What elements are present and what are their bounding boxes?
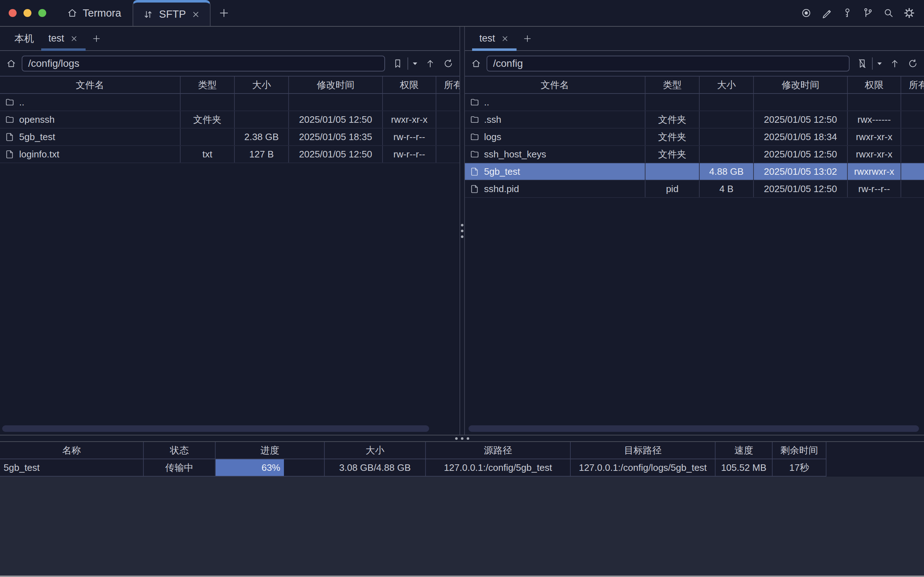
up-directory-icon[interactable] [425, 58, 435, 69]
cell-permissions [848, 94, 901, 111]
table-row[interactable]: .ssh 文件夹 2025/01/05 12:50 rwx------ [465, 111, 924, 129]
minimize-window-button[interactable] [24, 9, 31, 17]
table-row[interactable]: openssh 文件夹 2025/01/05 12:50 rwxr-xr-x [0, 111, 460, 129]
column-header-type[interactable]: 类型 [181, 77, 235, 93]
table-row[interactable]: logs 文件夹 2025/01/05 18:34 rwxr-xr-x [465, 129, 924, 146]
cell-filename: 5gb_test [19, 131, 55, 143]
column-header-target[interactable]: 目标路径 [571, 442, 716, 459]
edit-icon[interactable] [821, 7, 833, 19]
caret-down-icon[interactable] [877, 62, 882, 65]
transfer-progress-bar: 63% [216, 459, 325, 476]
table-row[interactable]: .. [0, 94, 460, 111]
port-forward-icon[interactable] [862, 7, 874, 19]
close-window-button[interactable] [9, 9, 17, 17]
record-button[interactable] [800, 7, 813, 19]
column-header-modified[interactable]: 修改时间 [754, 77, 848, 93]
cell-type [645, 163, 700, 180]
app-home-tab[interactable]: Termora [66, 7, 121, 19]
keychain-icon[interactable] [841, 7, 853, 19]
folder-icon [470, 115, 479, 124]
table-row[interactable]: .. [465, 94, 924, 111]
column-header-modified[interactable]: 修改时间 [289, 77, 383, 93]
column-header-owner[interactable]: 所有者 [436, 77, 460, 93]
transfer-panel-splitter[interactable] [0, 435, 924, 441]
column-header-progress[interactable]: 进度 [216, 442, 325, 459]
cell-modified [289, 94, 383, 111]
column-header-filename[interactable]: 文件名 [465, 77, 645, 93]
column-header-size[interactable]: 大小 [700, 77, 754, 93]
column-header-size[interactable]: 大小 [235, 77, 289, 93]
right-new-tab-button[interactable] [516, 27, 538, 50]
cell-permissions: rwxr-xr-x [848, 129, 901, 145]
left-tab-local[interactable]: 本机 [7, 27, 41, 50]
table-row[interactable]: 5gb_test 2.38 GB 2025/01/05 18:35 rw-r--… [0, 129, 460, 146]
right-path-input[interactable] [487, 56, 850, 71]
bookmark-icon[interactable] [392, 58, 403, 69]
right-pathbar [465, 51, 924, 77]
column-header-speed[interactable]: 速度 [716, 442, 772, 459]
left-path-input[interactable] [22, 56, 385, 71]
column-header-permissions[interactable]: 权限 [848, 77, 901, 93]
titlebar-actions [800, 7, 915, 19]
home-icon[interactable] [6, 58, 17, 69]
column-header-name[interactable]: 名称 [0, 442, 144, 459]
cell-owner [901, 94, 924, 111]
bookmark-slash-icon[interactable] [857, 58, 868, 69]
right-file-panel: test [465, 27, 924, 435]
refresh-icon[interactable] [907, 58, 918, 69]
folder-icon [470, 97, 479, 107]
transfer-row[interactable]: 5gb_test 传输中 63% 3.08 GB/4.88 GB 127.0.0… [0, 459, 826, 477]
file-icon [5, 132, 15, 142]
tab-sftp-label: SFTP [159, 8, 185, 20]
tab-sftp[interactable]: SFTP [132, 0, 211, 26]
column-header-source[interactable]: 源路径 [426, 442, 571, 459]
table-row[interactable]: ssh_host_keys 文件夹 2025/01/05 12:50 rwxr-… [465, 146, 924, 163]
horizontal-scrollbar[interactable] [2, 425, 429, 432]
column-header-permissions[interactable]: 权限 [383, 77, 436, 93]
cell-owner [436, 129, 460, 145]
cell-modified [754, 94, 848, 111]
panel-splitter[interactable] [460, 27, 465, 435]
cell-permissions: rw-r--r-- [383, 146, 436, 163]
close-icon[interactable] [70, 34, 78, 43]
refresh-icon[interactable] [443, 58, 454, 69]
cell-modified: 2025/01/05 12:50 [754, 111, 848, 128]
column-header-status[interactable]: 状态 [144, 442, 216, 459]
table-row[interactable]: sshd.pid pid 4 B 2025/01/05 12:50 rw-r--… [465, 181, 924, 198]
cell-filename: sshd.pid [484, 184, 519, 195]
table-row[interactable]: loginfo.txt txt 127 B 2025/01/05 12:50 r… [0, 146, 460, 163]
right-tab-test[interactable]: test [472, 27, 516, 50]
close-icon[interactable] [191, 10, 200, 19]
new-tab-button[interactable] [218, 7, 230, 19]
left-file-table: 文件名 类型 大小 修改时间 权限 所有者 .. openssh 文件夹 202… [0, 77, 460, 435]
folder-icon [5, 115, 15, 124]
left-new-tab-button[interactable] [85, 27, 107, 50]
cell-size [700, 111, 754, 128]
close-icon[interactable] [501, 34, 509, 43]
column-header-eta[interactable]: 剩余时间 [772, 442, 826, 459]
horizontal-scrollbar[interactable] [469, 425, 919, 432]
cell-modified: 2025/01/05 12:50 [289, 146, 383, 163]
settings-gear-icon[interactable] [903, 7, 915, 19]
left-path-actions [392, 57, 454, 70]
cell-modified: 2025/01/05 12:50 [754, 146, 848, 163]
zoom-window-button[interactable] [38, 9, 46, 17]
left-tab-test[interactable]: test [41, 27, 85, 50]
search-icon[interactable] [882, 7, 895, 19]
cell-transfer-source: 127.0.0.1:/config/5gb_test [426, 459, 571, 476]
cell-modified: 2025/01/05 13:02 [754, 163, 848, 180]
home-icon[interactable] [471, 58, 482, 69]
column-header-size[interactable]: 大小 [325, 442, 426, 459]
caret-down-icon[interactable] [413, 62, 418, 65]
right-path-actions [857, 57, 918, 70]
column-header-filename[interactable]: 文件名 [0, 77, 181, 93]
column-header-type[interactable]: 类型 [645, 77, 700, 93]
cell-filename: logs [484, 131, 502, 143]
up-directory-icon[interactable] [889, 58, 900, 69]
table-row-selected[interactable]: 5gb_test 4.88 GB 2025/01/05 13:02 rwxrwx… [465, 163, 924, 181]
left-tabstrip: 本机 test [0, 27, 460, 51]
column-header-owner[interactable]: 所有者 [901, 77, 924, 93]
divider [408, 57, 408, 70]
cell-permissions: rwxrwxr-x [848, 163, 901, 180]
cell-modified: 2025/01/05 12:50 [289, 111, 383, 128]
